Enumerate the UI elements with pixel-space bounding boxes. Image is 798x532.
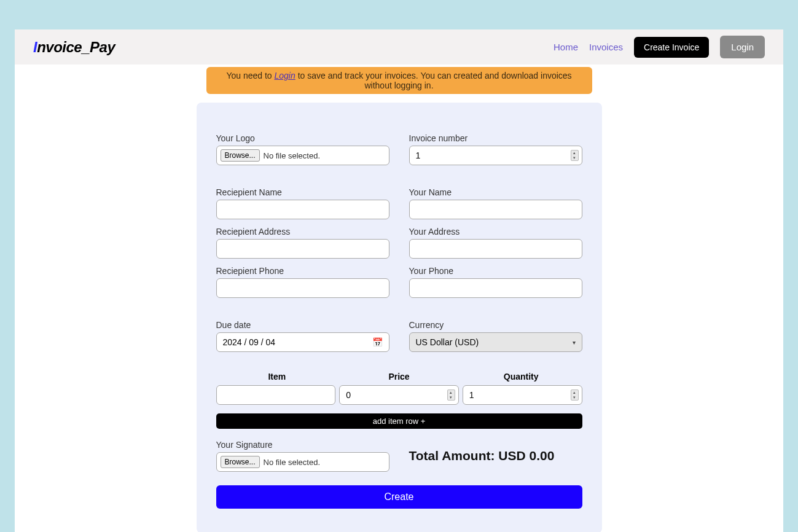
login-button[interactable]: Login (720, 36, 765, 58)
currency-label: Currency (409, 320, 582, 330)
nav-home[interactable]: Home (554, 42, 578, 52)
currency-select[interactable]: US Dollar (USD) ▾ (409, 332, 582, 352)
recipient-phone-input[interactable] (216, 278, 389, 298)
your-name-input[interactable] (409, 200, 582, 219)
calendar-icon[interactable]: 📅 (372, 337, 383, 347)
your-logo-label: Your Logo (216, 133, 389, 143)
brand-logo[interactable]: Invoice_Pay (33, 39, 115, 56)
nav-invoices[interactable]: Invoices (589, 42, 623, 52)
currency-value: US Dollar (USD) (416, 337, 479, 347)
recipient-address-input[interactable] (216, 239, 389, 259)
your-address-input[interactable] (409, 239, 582, 259)
price-header: Price (338, 369, 460, 384)
number-spinner-icon[interactable]: ▴▾ (571, 150, 579, 161)
your-phone-label: Your Phone (409, 266, 582, 276)
quantity-header: Quantity (460, 369, 582, 384)
alert-after: to save and track your invoices. You can… (295, 71, 572, 90)
alert-before: You need to (226, 71, 274, 80)
number-spinner-icon[interactable]: ▴▾ (571, 389, 579, 401)
add-item-row-button[interactable]: add item row + (216, 413, 582, 429)
invoice-number-label: Invoice number (409, 133, 582, 143)
your-name-label: Your Name (409, 187, 582, 197)
item-quantity-input[interactable] (463, 385, 582, 405)
invoice-form: Your Logo Browse... No file selected. In… (197, 103, 602, 532)
your-signature-label: Your Signature (216, 440, 389, 450)
recipient-name-input[interactable] (216, 200, 389, 219)
create-button[interactable]: Create (216, 485, 582, 509)
total-amount: Total Amount: USD 0.00 (409, 440, 582, 463)
item-name-input[interactable] (216, 385, 336, 405)
recipient-name-label: Reciepient Name (216, 187, 389, 197)
logo-file-input[interactable]: Browse... No file selected. (216, 146, 389, 165)
signature-file-status: No file selected. (264, 458, 321, 467)
your-phone-input[interactable] (409, 278, 582, 298)
login-alert: You need to Login to save and track your… (206, 67, 592, 94)
item-header: Item (216, 369, 338, 384)
navbar: Invoice_Pay Home Invoices Create Invoice… (15, 29, 783, 65)
due-date-value: 2024 / 09 / 04 (223, 337, 276, 347)
brand-rest: nvoice_Pay (37, 39, 115, 55)
invoice-number-input[interactable] (409, 146, 582, 165)
logo-browse-button[interactable]: Browse... (221, 149, 260, 162)
chevron-down-icon: ▾ (573, 339, 576, 346)
items-header: Item Price Quantity (216, 369, 582, 384)
recipient-phone-label: Reciepient Phone (216, 266, 389, 276)
nav-right: Home Invoices Create Invoice Login (554, 36, 765, 58)
logo-file-status: No file selected. (264, 151, 321, 160)
due-date-label: Due date (216, 320, 389, 330)
signature-file-input[interactable]: Browse... No file selected. (216, 452, 389, 472)
create-invoice-button[interactable]: Create Invoice (634, 37, 709, 58)
due-date-input[interactable]: 2024 / 09 / 04 📅 (216, 332, 389, 352)
recipient-address-label: Reciepient Address (216, 227, 389, 237)
number-spinner-icon[interactable]: ▴▾ (447, 389, 455, 401)
item-row: ▴▾ ▴▾ (216, 385, 582, 405)
item-price-input[interactable] (339, 385, 459, 405)
alert-login-link[interactable]: Login (275, 71, 295, 80)
your-address-label: Your Address (409, 227, 582, 237)
signature-browse-button[interactable]: Browse... (221, 456, 260, 468)
app-frame: Invoice_Pay Home Invoices Create Invoice… (15, 29, 783, 532)
